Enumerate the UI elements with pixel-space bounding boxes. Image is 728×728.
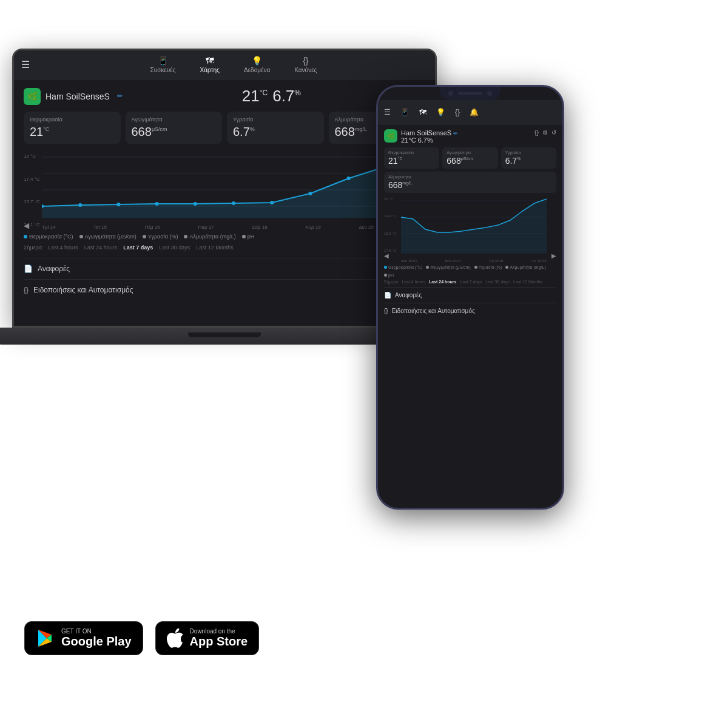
- legend-dot-temp: [24, 235, 27, 238]
- legend-sal: Αλμυρότητα (mg/L): [184, 234, 235, 240]
- y-label-3: 15.7 °C: [24, 199, 40, 204]
- filter-today[interactable]: Σήμερα: [24, 244, 42, 251]
- data-icon: 💡: [252, 56, 262, 66]
- devices-icon: 📱: [158, 56, 168, 66]
- section-reports[interactable]: 📄 Αναφορές: [24, 258, 425, 279]
- phone-dot-ph: [384, 274, 387, 277]
- phone-nav-data[interactable]: 💡: [436, 108, 445, 116]
- map-icon: 🗺: [206, 56, 214, 66]
- hamburger-icon[interactable]: ☰: [21, 59, 30, 70]
- metric-conductivity: Αγωγιμότητα 668μS/cm: [126, 112, 223, 144]
- nav-item-rules[interactable]: {} Κανόνες: [294, 56, 317, 73]
- phone-filter-4h[interactable]: Last 4 hours: [402, 280, 425, 284]
- phone-nav: ☰ 📱 🗺 💡 {} 🔔: [378, 100, 562, 124]
- phone-action-settings[interactable]: ⚙: [542, 129, 548, 136]
- legend-temp: Θερμοκρασία (°C): [24, 234, 73, 240]
- nav-items: 📱 Συσκευές 🗺 Χάρτης 💡 Δεδομένα {} Κανόνε…: [39, 56, 428, 73]
- phone-hamburger[interactable]: ☰: [384, 108, 391, 116]
- phone-chart-forward-btn[interactable]: ▶: [551, 252, 556, 259]
- phone-filter-30d[interactable]: Last 30 days: [485, 280, 510, 284]
- device-edit-icon[interactable]: ✏: [117, 92, 123, 100]
- phone-section-automations[interactable]: {} Ειδοποιήσεις και Αυτοματισμός: [384, 303, 556, 318]
- google-play-subtitle: GET IT ON: [61, 628, 132, 635]
- phone-dot-temp: [384, 266, 387, 269]
- chart-svg: [42, 151, 425, 218]
- chart-y-labels: 19 °C 17.4 °C 15.7 °C 14.1 °C: [24, 151, 40, 230]
- laptop-nav: ☰ 📱 Συσκευές 🗺 Χάρτης 💡 Δεδομένα: [14, 50, 435, 79]
- nav-item-map[interactable]: 🗺 Χάρτης: [200, 56, 220, 73]
- phone-section-reports[interactable]: 📄 Αναφορές: [384, 287, 556, 303]
- phone-action-refresh[interactable]: ↺: [551, 129, 556, 136]
- x-label-2: Τετ 15: [93, 224, 107, 230]
- phone-legend-cond: Αγωγιμότητα (μS/cm): [426, 265, 470, 269]
- phone-action-curly[interactable]: {}: [534, 129, 539, 136]
- app-store-text: Download on the App Store: [190, 628, 248, 649]
- phone-nav-devices[interactable]: 📱: [400, 108, 410, 116]
- laptop-content: 🌿 Ham SoilSenseS ✏ 21°C 6.7% {}: [14, 79, 435, 326]
- google-play-button[interactable]: GET IT ON Google Play: [24, 621, 143, 655]
- phone-legend-hum: Υγρασία (%): [474, 265, 502, 269]
- metric-value-hum: 6.7%: [233, 125, 318, 139]
- filter-24h[interactable]: Last 24 hours: [84, 244, 118, 251]
- store-buttons-row: GET IT ON Google Play Download on the Ap…: [24, 621, 259, 655]
- phone-filter-12m[interactable]: Last 12 Months: [513, 280, 542, 284]
- phone-dot-cond: [426, 266, 429, 269]
- py-label-3: 18.9 °C: [384, 232, 396, 235]
- svg-point-11: [308, 192, 312, 195]
- legend-dot-ph: [242, 235, 246, 238]
- x-label-1: Τρί 14: [42, 224, 55, 230]
- metric-label-temp: Θερμοκρασία: [30, 116, 115, 123]
- metric-temperature: Θερμοκρασία 21°C: [24, 112, 121, 144]
- section-automations[interactable]: {} Ειδοποιήσεις και Αυτοματισμός: [24, 279, 425, 300]
- svg-point-8: [194, 202, 197, 206]
- app-store-button[interactable]: Download on the App Store: [155, 621, 260, 655]
- phone-filter-7d[interactable]: Last 7 days: [460, 280, 482, 284]
- x-label-7: Δευ 20: [359, 224, 373, 230]
- phone-nav-rules[interactable]: {}: [455, 108, 460, 116]
- legend-cond: Αγωγιμότητα (μS/cm): [79, 234, 136, 240]
- phone-dot-sal: [505, 266, 508, 269]
- phone-nav-map[interactable]: 🗺: [419, 108, 426, 116]
- metric-label-cond: Αγωγιμότητα: [132, 116, 217, 123]
- py-label-1: 21 °C: [384, 197, 396, 201]
- nav-item-devices[interactable]: 📱 Συσκευές: [150, 56, 176, 73]
- phone-edit-icon[interactable]: ✏: [453, 130, 458, 136]
- phone-metric-salinity: Αλμυρότητα 668mg/L: [384, 172, 556, 193]
- apple-logo-icon: [167, 629, 184, 648]
- automations-icon: {}: [24, 286, 29, 294]
- svg-point-9: [232, 201, 235, 205]
- phone-filter-24h[interactable]: Last 24 hours: [429, 280, 457, 284]
- phone-power-btn: [563, 135, 564, 153]
- legend-dot-sal: [184, 235, 187, 238]
- phone-notch: [440, 87, 500, 100]
- chart-legend: Θερμοκρασία (°C) Αγωγιμότητα (μS/cm) Υγρ…: [24, 234, 425, 240]
- phone-chart: 21 °C 19.9 °C 18.9 °C 17.8 °C: [384, 196, 556, 263]
- phone-mockup: ☰ 📱 🗺 💡 {} 🔔 🌿 Ham SoilSenseS ✏: [376, 85, 564, 510]
- phone-chart-back-btn[interactable]: ◀: [384, 252, 389, 259]
- google-play-text: GET IT ON Google Play: [61, 628, 132, 649]
- phone-filter-today[interactable]: Σήμερα: [384, 280, 398, 284]
- reports-icon: 📄: [24, 265, 33, 273]
- phone-metric-cond: Αγωγιμότητα 668μS/cm: [442, 147, 497, 169]
- filter-12m[interactable]: Last 12 Months: [196, 244, 234, 251]
- app-store-subtitle: Download on the: [190, 628, 248, 635]
- phone-nav-notifications[interactable]: 🔔: [470, 108, 479, 116]
- filter-7d[interactable]: Last 7 days: [123, 244, 153, 251]
- phone-automations-icon: {}: [384, 308, 388, 314]
- phone-legend: Θερμοκρασία (°C) Αγωγιμότητα (μS/cm) Υγρ…: [384, 265, 556, 277]
- nav-item-data[interactable]: 💡 Δεδομένα: [244, 56, 270, 73]
- laptop-chart: 19 °C 17.4 °C 15.7 °C 14.1 °C: [24, 151, 425, 230]
- chart-back-button[interactable]: ◀: [24, 221, 29, 230]
- phone-legend-sal: Αλμυρότητα (mg/L): [505, 265, 545, 269]
- x-label-3: Πέμ 16: [145, 224, 160, 230]
- metric-humidity: Υγρασία 6.7%: [227, 112, 324, 144]
- svg-point-12: [346, 177, 350, 180]
- svg-point-10: [270, 201, 274, 204]
- metric-value-temp: 21°C: [30, 125, 115, 139]
- px-label-2: Δευ 22:01: [445, 259, 461, 263]
- filter-4h[interactable]: Last 4 hours: [48, 244, 78, 251]
- phone-dot-hum: [474, 266, 477, 269]
- phone-device-readings: 21°C 6.7%: [401, 136, 531, 144]
- filter-30d[interactable]: Last 30 days: [159, 244, 190, 251]
- phone-chart-y-labels: 21 °C 19.9 °C 18.9 °C 17.8 °C: [384, 196, 396, 254]
